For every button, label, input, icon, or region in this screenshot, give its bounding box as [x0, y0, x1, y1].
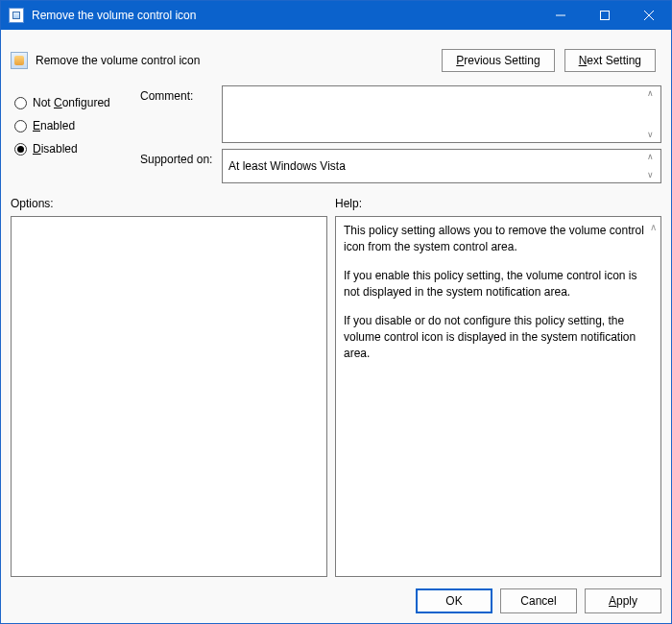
minimize-button[interactable] [539, 1, 583, 30]
content-area: Remove the volume control icon Previous … [1, 30, 671, 623]
radio-not-configured[interactable]: Not Configured [14, 91, 140, 114]
supported-on-value: At least Windows Vista [228, 159, 346, 173]
scroll-down-icon[interactable]: ∨ [647, 171, 657, 180]
pane-labels: Options: Help: [11, 197, 661, 210]
header-row: Remove the volume control icon Previous … [11, 37, 661, 84]
policy-name: Remove the volume control icon [36, 54, 200, 67]
options-pane [11, 216, 327, 577]
scroll-up-icon[interactable]: ∧ [647, 89, 657, 98]
policy-icon [11, 52, 28, 69]
next-setting-button[interactable]: Next Setting [564, 49, 656, 72]
previous-setting-button[interactable]: Previous Setting [442, 49, 554, 72]
help-paragraph: If you disable or do not configure this … [344, 313, 653, 363]
radio-disabled[interactable]: Disabled [14, 137, 140, 160]
help-text: This policy setting allows you to remove… [344, 223, 653, 363]
minimize-icon [556, 11, 565, 20]
radio-icon [14, 120, 27, 132]
window-title: Remove the volume control icon [32, 9, 539, 22]
help-label: Help: [335, 197, 362, 210]
policy-editor-window: Remove the volume control icon Remove th… [0, 0, 672, 624]
options-label: Options: [11, 197, 335, 210]
state-radio-group: Not Configured Enabled Disabled [11, 85, 140, 183]
scroll-up-icon[interactable]: ∧ [647, 153, 657, 161]
supported-on-box: At least Windows Vista ∧ ∨ [222, 149, 661, 183]
window-icon [9, 8, 24, 23]
radio-icon [14, 97, 27, 109]
close-button[interactable] [627, 1, 671, 30]
help-paragraph: This policy setting allows you to remove… [344, 223, 653, 256]
maximize-icon [600, 11, 610, 20]
cancel-button[interactable]: Cancel [500, 588, 577, 613]
prev-rest: revious Setting [464, 54, 540, 67]
comment-textarea[interactable]: ∧ ∨ [222, 85, 661, 143]
comment-label: Comment: [140, 85, 222, 143]
next-rest: ext Setting [587, 54, 641, 67]
close-icon [644, 11, 654, 20]
ok-button[interactable]: OK [416, 588, 492, 613]
panes-row: ∧ This policy setting allows you to remo… [11, 216, 661, 577]
svg-rect-1 [601, 12, 610, 20]
apply-button[interactable]: Apply [585, 588, 661, 613]
maximize-button[interactable] [583, 1, 627, 30]
scroll-down-icon[interactable]: ∨ [647, 131, 657, 139]
window-controls [539, 1, 671, 30]
titlebar[interactable]: Remove the volume control icon [1, 1, 671, 30]
supported-on-label: Supported on: [140, 149, 222, 183]
footer-buttons: OK Cancel Apply [11, 577, 661, 613]
help-paragraph: If you enable this policy setting, the v… [344, 268, 653, 301]
radio-enabled[interactable]: Enabled [14, 114, 140, 137]
scroll-up-icon[interactable]: ∧ [650, 221, 657, 235]
radio-icon [14, 143, 27, 156]
help-pane: ∧ This policy setting allows you to remo… [335, 216, 661, 577]
config-row: Not Configured Enabled Disabled Comment:… [11, 85, 661, 183]
